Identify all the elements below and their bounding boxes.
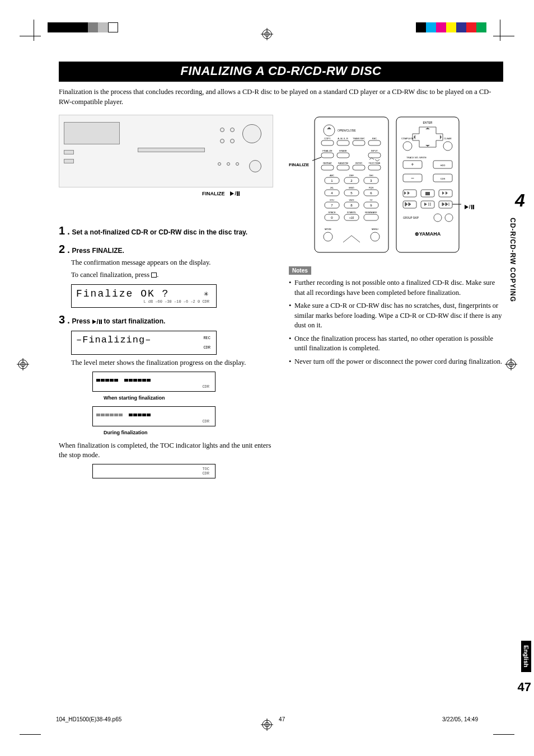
- svg-text:INPUT: INPUT: [371, 149, 378, 152]
- page-content: FINALIZING A CD-R/CD-RW DISC Finalizatio…: [59, 62, 503, 700]
- cdr-label: CDR: [96, 419, 212, 424]
- svg-text:TEXT/TIME: TEXT/TIME: [369, 162, 381, 165]
- cdr-label: CDR: [202, 471, 209, 476]
- chapter-label: CD-R/CD-RW COPYING: [509, 218, 517, 302]
- section-title: FINALIZING A CD-R/CD-RW DISC: [59, 62, 503, 82]
- crop-mark: [500, 20, 500, 41]
- svg-text:ENTER: ENTER: [423, 121, 433, 124]
- step-3: 3. Press / to start finalization.: [59, 313, 273, 326]
- play-pause-button-label: /: [230, 191, 240, 196]
- notes-section: Notes Further recording is not possible …: [289, 265, 503, 367]
- step-body: To cancel finalization, press .: [71, 270, 273, 280]
- svg-text:TIMER REC: TIMER REC: [353, 137, 365, 140]
- chapter-number: 4: [509, 190, 531, 211]
- step-number: 2: [59, 243, 65, 256]
- svg-text:REC: REC: [372, 137, 377, 140]
- svg-text:⊛YAMAHA: ⊛YAMAHA: [415, 231, 441, 237]
- lcd-sub-text: L dB –60 –30 –10 –6 –2 0 CDR: [76, 299, 212, 304]
- step-body: The confirmation message appears on the …: [71, 258, 273, 268]
- busy-icon: [204, 290, 212, 298]
- svg-text:A. M. S. R.: A. M. S. R.: [338, 137, 348, 140]
- svg-text:HDD: HDD: [441, 164, 446, 167]
- step-title: Set a not-finalized CD-R or CD-RW disc i…: [72, 228, 248, 236]
- step-title: Press FINALIZE.: [72, 247, 124, 255]
- finalize-button-label: FINALIZE: [202, 191, 225, 196]
- registration-mark-left: [17, 358, 29, 370]
- lcd-meter-start: CDR: [92, 372, 216, 392]
- registration-mark-bottom: [261, 719, 273, 731]
- step-1: 1. Set a not-finalized CD-R or CD-RW dis…: [59, 224, 273, 237]
- svg-text:BKM/MARK: BKM/MARK: [365, 211, 377, 214]
- svg-text:INTRO: INTRO: [355, 162, 362, 165]
- language-tab: English: [521, 641, 531, 672]
- svg-text:REPEAT: REPEAT: [323, 162, 332, 165]
- svg-text:RANDOM: RANDOM: [338, 162, 348, 165]
- toc-label: TOC: [202, 467, 209, 471]
- page-number: 47: [518, 680, 531, 694]
- chapter-tab: 4 CD-R/CD-RW COPYING: [509, 190, 531, 302]
- svg-text:DEF: DEF: [349, 174, 354, 177]
- svg-text:+10: +10: [349, 216, 354, 219]
- svg-text:+: +: [411, 162, 414, 167]
- step-number: 1: [59, 224, 65, 237]
- right-column: FINALIZE OPEN/CLOSE COPY A. M. S. R. TIM…: [289, 115, 503, 482]
- play-pause-icon: /: [92, 318, 102, 326]
- svg-text:SYMBOL: SYMBOL: [347, 211, 357, 214]
- svg-text:SPACE: SPACE: [328, 211, 336, 214]
- step-2: 2. Press FINALIZE. The confirmation mess…: [59, 243, 273, 280]
- note-item: Once the finalization process has starte…: [289, 334, 503, 354]
- finalize-callout-label: FINALIZE: [289, 115, 309, 167]
- registration-mark-right: [505, 358, 517, 370]
- device-label-row: FINALIZE /: [59, 191, 273, 196]
- svg-text:JKL: JKL: [330, 186, 335, 189]
- intro-text: Finalization is the process that conclud…: [59, 87, 503, 107]
- svg-text:VWX: VWX: [349, 199, 354, 201]
- svg-text:MNO: MNO: [349, 186, 354, 189]
- left-column: FINALIZE / 1. Set a not-finalized CD-R o…: [59, 115, 273, 482]
- footer-page: 47: [279, 716, 285, 722]
- svg-text:MODE: MODE: [325, 228, 331, 231]
- svg-text:STU: STU: [330, 199, 334, 201]
- footer-file: 104_HD1500(E)38-49.p65: [56, 716, 121, 722]
- note-item: Make sure a CD-R or CD-RW disc has no sc…: [289, 301, 503, 331]
- notes-title: Notes: [289, 266, 311, 275]
- caption-start-finalization: When starting finalization: [104, 395, 273, 401]
- svg-text:GROUP SKIP: GROUP SKIP: [403, 217, 419, 219]
- svg-text:CDR: CDR: [441, 177, 446, 180]
- svg-text:ABC: ABC: [330, 174, 334, 177]
- svg-text:MENU: MENU: [372, 228, 378, 231]
- device-front-panel-figure: [59, 115, 273, 187]
- cdr-label: CDR: [96, 384, 212, 389]
- footer-date: 3/22/05, 14:49: [442, 716, 478, 722]
- caption-during-finalization: During finalization: [104, 430, 273, 435]
- svg-text:COMPLETE: COMPLETE: [401, 137, 414, 140]
- color-bar-left: [48, 22, 118, 32]
- lcd-meter-during: CDR: [92, 406, 216, 426]
- lcd-display-finalize-ok: Finalize OK ? L dB –60 –30 –10 –6 –2 0 C…: [71, 284, 217, 308]
- step-body: The level meter shows the finalization p…: [71, 358, 273, 368]
- svg-text:–: –: [411, 175, 414, 181]
- rec-indicator: REC: [203, 336, 210, 340]
- crop-mark: [20, 734, 41, 735]
- note-item: Never turn off the power or disconnect t…: [289, 357, 503, 367]
- stop-icon: [151, 273, 157, 278]
- lcd-toc-complete: TOC CDR: [92, 464, 216, 478]
- svg-text:FINALIZE: FINALIZE: [322, 149, 332, 152]
- svg-text:GHI: GHI: [369, 174, 373, 177]
- remote-left-svg: OPEN/CLOSE COPY A. M. S. R. TIMER REC RE…: [312, 115, 391, 255]
- crop-mark: [493, 36, 514, 36]
- remote-right-svg: ENTER COMPLETE CLEAR: [394, 115, 461, 255]
- crop-mark: [20, 36, 41, 36]
- crop-mark: [34, 20, 34, 41]
- step-number: 3: [59, 313, 65, 326]
- notes-list: Further recording is not possible onto a…: [289, 278, 503, 367]
- after-finalization-text: When finalization is completed, the TOC …: [59, 441, 273, 461]
- svg-text:OPEN/CLOSE: OPEN/CLOSE: [338, 129, 356, 132]
- remote-control-figure: FINALIZE OPEN/CLOSE COPY A. M. S. R. TIM…: [289, 115, 503, 255]
- lcd-text: Finalize OK ?: [76, 288, 169, 299]
- cdr-indicator: CDR: [203, 345, 210, 350]
- svg-text:YZ: YZ: [369, 199, 373, 201]
- svg-text:TRACK NO. WRITE: TRACK NO. WRITE: [406, 156, 427, 159]
- lcd-text: –Finalizing–: [76, 335, 151, 345]
- svg-text:COPY: COPY: [324, 137, 331, 140]
